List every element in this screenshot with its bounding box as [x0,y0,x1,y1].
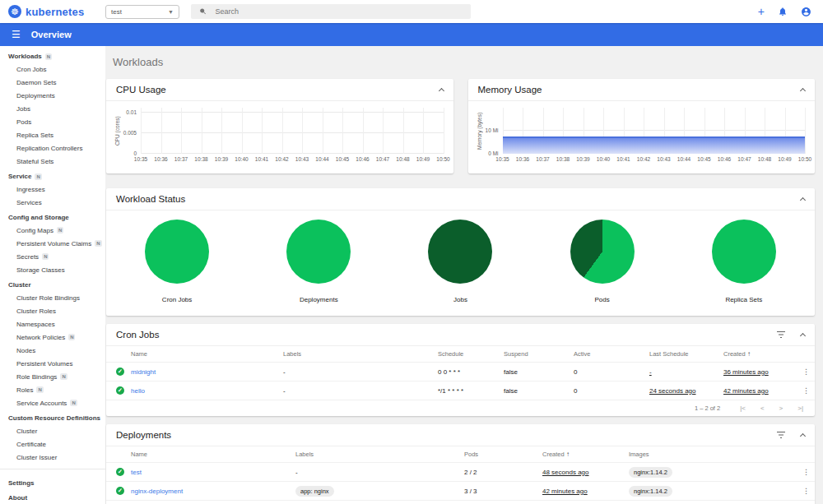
sidebar-item-jobs[interactable]: Jobs [0,102,105,115]
sidebar-item-namespaces[interactable]: Namespaces [0,317,105,331]
active-cell: 0 [574,368,649,376]
sidebar-item-cron-jobs[interactable]: Cron Jobs [0,62,105,76]
row-menu-button[interactable]: ⋮ [802,386,810,395]
gridline [403,108,404,154]
sidebar-section-custom-resource-definitions[interactable]: Custom Resource Definitions [0,409,105,424]
plot-wrapper: 10:3510:3610:3710:3810:3910:4010:4110:42… [141,108,444,172]
kubernetes-logo-text: kubernetes [26,6,84,18]
namespace-selector[interactable]: test ▼ [105,5,179,19]
sidebar-item-daemon-sets[interactable]: Daemon Sets [0,76,105,89]
table-header-row: NameLabelsPodsCreated ↑Images [106,446,815,463]
notifications-button[interactable] [778,7,788,16]
charts-row: CPU Usage CPU (cores) 00.0050.01 10:3510… [106,79,815,173]
table-row: ✓hello-*/1 * * * *false024 seconds ago42… [106,381,815,400]
search-input[interactable] [215,7,463,16]
column-header-name[interactable]: Name [131,451,295,458]
y-axis-tick-label: 0 Mi [488,150,498,156]
row-menu-button[interactable]: ⋮ [802,487,810,495]
sidebar-item-cluster-roles[interactable]: Cluster Roles [0,304,105,317]
column-header-labels[interactable]: Labels [283,350,438,358]
x-axis-tick-label: 10:46 [356,156,369,162]
table-row: ✓midnight-0 0 * * *false0-36 minutes ago… [106,363,815,381]
cronjob-name-link[interactable]: midnight [131,368,283,376]
column-header-schedule[interactable]: Schedule [438,350,504,358]
sidebar-item-cluster-issuer[interactable]: Cluster Issuer [0,451,105,464]
column-header-labels[interactable]: Labels [295,451,464,458]
sidebar-section-service[interactable]: ServiceN [0,168,105,183]
user-menu-button[interactable] [801,7,811,17]
column-header-images[interactable]: Images [629,451,797,458]
chevron-left-icon[interactable]: < [760,405,765,412]
row-menu-button[interactable]: ⋮ [802,468,810,476]
pie-chart-replica-sets [712,220,776,284]
sidebar-item-replication-controllers[interactable]: Replication Controllers [0,141,105,155]
sidebar-section-config-and-storage[interactable]: Config and Storage [0,209,105,224]
sidebar-item-services[interactable]: Services [0,196,105,209]
workload-status-cron-jobs: Cron Jobs [123,220,230,303]
collapse-button[interactable] [801,432,805,438]
sidebar-item-label: Settings [8,479,35,487]
namespaced-badge: N [95,240,101,247]
collapse-button[interactable] [801,196,805,202]
column-header-created[interactable]: Created ↑ [723,350,797,358]
sidebar-item-storage-classes[interactable]: Storage Classes [0,263,105,276]
sidebar-item-persistent-volumes[interactable]: Persistent Volumes [0,357,105,370]
card-header: CPU Usage [106,79,453,101]
column-header-suspend[interactable]: Suspend [504,350,574,358]
chevron-up-icon [800,333,806,339]
deployment-name-link[interactable]: nginx-deployment [131,488,295,495]
chevron-right-icon[interactable]: > [779,405,783,412]
filter-button[interactable] [776,331,786,339]
deployment-name-link[interactable]: test [131,469,295,476]
column-header-name[interactable]: Name [131,350,283,358]
collapse-button[interactable] [801,86,805,93]
sidebar-item-deployments[interactable]: Deployments [0,89,105,102]
x-axis-tick-label: 10:50 [436,156,449,162]
chevron-up-icon [800,433,806,439]
sidebar-item-nodes[interactable]: Nodes [0,344,105,357]
collapse-button[interactable] [801,331,805,338]
last-page-icon[interactable]: >| [797,405,803,412]
sidebar-item-roles[interactable]: RolesN [0,383,105,396]
search-bar [191,4,471,19]
sidebar-item-settings[interactable]: Settings [0,474,105,489]
sidebar-item-cluster[interactable]: Cluster [0,424,105,437]
column-header-pods[interactable]: Pods [464,451,542,458]
sidebar-item-persistent-volume-claims[interactable]: Persistent Volume ClaimsN [0,237,105,250]
sidebar-section-label: Cluster [8,281,31,289]
sidebar-item-about[interactable]: About [0,489,105,504]
sidebar-divider [0,469,105,469]
labels-cell: - [283,387,438,395]
column-header-active[interactable]: Active [574,350,649,358]
sidebar-item-config-maps[interactable]: Config MapsN [0,224,105,237]
sidebar-item-role-bindings[interactable]: Role BindingsN [0,370,105,383]
sidebar-item-network-policies[interactable]: Network PoliciesN [0,331,105,344]
sidebar-item-secrets[interactable]: SecretsN [0,250,105,263]
sidebar-item-label: Persistent Volume Claims [16,240,91,247]
sidebar-item-cluster-role-bindings[interactable]: Cluster Role Bindings [0,291,105,304]
column-header-last-schedule[interactable]: Last Schedule [649,350,723,358]
sidebar-item-ingresses[interactable]: Ingresses [0,183,105,196]
sidebar-section-workloads[interactable]: WorkloadsN [0,48,105,62]
collapse-button[interactable] [439,86,444,93]
kubernetes-logo[interactable]: ☸ kubernetes [0,5,100,18]
x-axis-tick-label: 10:48 [396,156,409,162]
sidebar-item-service-accounts[interactable]: Service AccountsN [0,396,105,409]
menu-button[interactable]: ☰ [12,29,21,40]
sidebar-item-replica-sets[interactable]: Replica Sets [0,128,105,141]
sidebar-item-stateful-sets[interactable]: Stateful Sets [0,155,105,168]
sidebar-item-pods[interactable]: Pods [0,115,105,128]
plot-wrapper: 10:3510:3610:3710:3810:3910:4010:4110:42… [503,108,806,172]
create-button[interactable]: + [758,6,765,17]
column-header-created[interactable]: Created ↑ [542,451,629,458]
sidebar-section-cluster[interactable]: Cluster [0,276,105,291]
x-axis-ticks: 10:3510:3610:3710:3810:3910:4010:4110:42… [141,156,444,166]
filter-button[interactable] [776,431,786,439]
row-menu-button[interactable]: ⋮ [802,368,810,376]
pie-chart-pods [570,220,635,284]
first-page-icon[interactable]: |< [740,405,746,412]
sidebar-item-certificate[interactable]: Certificate [0,437,105,451]
cronjob-name-link[interactable]: hello [131,387,283,395]
sidebar-item-label: Nodes [16,347,35,354]
namespaced-badge: N [57,227,63,234]
